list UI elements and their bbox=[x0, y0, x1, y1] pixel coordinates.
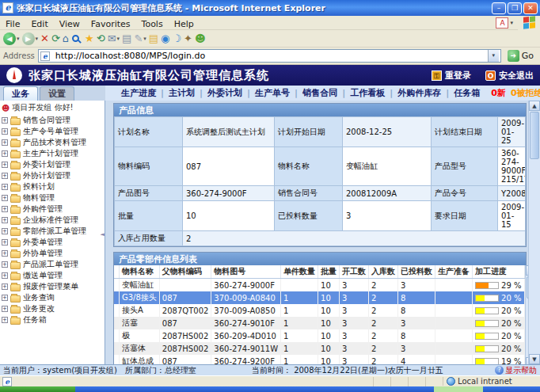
research-button[interactable]: ✦ bbox=[184, 32, 192, 45]
start-button[interactable] bbox=[0, 386, 75, 392]
favorites-button[interactable]: ★ bbox=[85, 32, 94, 45]
menu-item-file[interactable]: File bbox=[0, 19, 25, 29]
expand-icon[interactable]: + bbox=[2, 206, 8, 212]
tree-node[interactable]: +外委单管理 bbox=[0, 237, 105, 248]
go-button[interactable]: ➜ Go bbox=[504, 50, 537, 62]
column-header[interactable]: 单件数量 bbox=[281, 265, 318, 279]
acrobat-dropdown-icon[interactable]: ▾ bbox=[510, 20, 513, 26]
msn-globe-button[interactable]: ◉ bbox=[161, 32, 169, 45]
expand-icon[interactable]: + bbox=[2, 306, 8, 312]
expand-icon[interactable]: + bbox=[2, 284, 8, 290]
table-row[interactable]: G3/8接头087370-009-A084011032820 % bbox=[114, 291, 524, 304]
column-header[interactable]: 开工数 bbox=[340, 265, 369, 279]
tree-node[interactable]: +报废件管理菜单 bbox=[0, 281, 105, 292]
scroll-thumb[interactable] bbox=[530, 112, 539, 159]
tree-node[interactable]: +主生产计划管理 bbox=[0, 148, 105, 159]
expand-icon[interactable]: + bbox=[2, 150, 8, 157]
page-vertical-scrollbar[interactable]: ▲ ▼ bbox=[528, 101, 540, 364]
forward-button[interactable]: ▶▾ bbox=[22, 32, 39, 45]
table-row[interactable]: 缸体总成087360-274-9200F11032419 % bbox=[114, 355, 524, 364]
table-row[interactable]: 活塞087360-274-9010F11032320 % bbox=[114, 317, 524, 329]
dropdown-icon[interactable]: ▾ bbox=[143, 36, 146, 42]
address-url[interactable]: http://localhost:8080/MPS/login.do bbox=[55, 51, 485, 61]
menu-item-edit[interactable]: Edit bbox=[25, 19, 53, 29]
nav-link-2[interactable]: 主计划 bbox=[164, 87, 200, 99]
search-button[interactable] bbox=[71, 33, 82, 44]
rejected-tasks-badge[interactable]: 0被拒绝 bbox=[511, 87, 540, 99]
expand-icon[interactable]: + bbox=[2, 128, 8, 135]
expand-icon[interactable]: + bbox=[2, 250, 8, 257]
tab-settings[interactable]: 设置 bbox=[40, 86, 74, 101]
nav-link-4[interactable]: 生产单号 bbox=[250, 87, 295, 99]
expand-icon[interactable]: + bbox=[2, 239, 8, 245]
sidebar-collapse-icon[interactable]: ◄ bbox=[101, 231, 105, 238]
table-row[interactable]: 活塞体2087HS002360-274-9011W11032320 % bbox=[114, 342, 524, 355]
tree-node[interactable]: +产品派工单管理 bbox=[0, 259, 105, 270]
expand-icon[interactable]: + bbox=[2, 195, 8, 201]
tree-node[interactable]: +投料计划 bbox=[0, 181, 105, 192]
tree-node[interactable]: +企业标准件管理 bbox=[0, 215, 105, 226]
expand-icon[interactable]: + bbox=[2, 272, 8, 279]
address-dropdown-icon[interactable]: ▾ bbox=[488, 50, 499, 62]
history-button[interactable]: ⟲ bbox=[97, 32, 105, 45]
logout-link[interactable]: O 安全退出 bbox=[485, 70, 534, 82]
menu-item-favorites[interactable]: Favorites bbox=[86, 19, 136, 29]
expand-icon[interactable]: + bbox=[2, 162, 8, 168]
scroll-down-icon[interactable]: ▼ bbox=[529, 354, 540, 364]
scroll-up-icon[interactable]: ▲ bbox=[529, 101, 540, 111]
tree-node[interactable]: +缴送单管理 bbox=[0, 270, 105, 281]
new-tasks-badge[interactable]: 0新 bbox=[491, 87, 506, 99]
stop-button[interactable]: ✕ bbox=[40, 32, 49, 45]
table-row[interactable]: 极2087HS002360-209-4D01011032820 % bbox=[114, 329, 524, 342]
tree-node[interactable]: +外协计划管理 bbox=[0, 170, 105, 181]
tree-node[interactable]: +产品技术资料管理 bbox=[0, 137, 105, 148]
column-header[interactable]: 生产准备 bbox=[435, 265, 473, 279]
column-header[interactable]: 批量 bbox=[318, 265, 340, 279]
tree-node[interactable]: +外委计划管理 bbox=[0, 159, 105, 170]
expand-icon[interactable]: + bbox=[2, 317, 8, 323]
show-help-link[interactable]: ? 显示帮助 bbox=[495, 365, 537, 376]
expand-icon[interactable]: + bbox=[2, 261, 8, 268]
acrobat-icon[interactable]: A bbox=[496, 17, 508, 29]
nav-link-3[interactable]: 外委计划 bbox=[203, 87, 247, 99]
expand-icon[interactable]: + bbox=[2, 295, 8, 301]
tree-node[interactable]: +外购件管理 bbox=[0, 204, 105, 215]
back-button[interactable]: ◀▾ bbox=[3, 32, 20, 45]
menu-item-view[interactable]: View bbox=[54, 19, 86, 29]
tree-node[interactable]: +任务箱 bbox=[0, 314, 105, 325]
expand-icon[interactable]: + bbox=[2, 184, 8, 190]
notes-button[interactable]: ▤ bbox=[149, 32, 158, 45]
expand-icon[interactable]: + bbox=[2, 173, 8, 179]
dropdown-icon[interactable]: ▾ bbox=[36, 36, 39, 42]
menu-item-help[interactable]: Help bbox=[169, 19, 200, 29]
home-button[interactable]: ⌂ bbox=[63, 32, 69, 45]
nav-link-1[interactable]: 生产进度 bbox=[116, 87, 161, 99]
column-header[interactable]: 加工进度 bbox=[473, 265, 524, 279]
nav-link-5[interactable]: 销售合同 bbox=[298, 87, 342, 99]
mail-button[interactable]: ✉▾ bbox=[108, 32, 120, 45]
column-header[interactable]: 入库数 bbox=[369, 265, 398, 279]
people-button[interactable]: ☻ bbox=[195, 32, 206, 45]
nav-link-6[interactable]: 工作看板 bbox=[345, 87, 390, 99]
nav-link-8[interactable]: 任务箱 bbox=[449, 87, 485, 99]
column-header[interactable]: 已投料数 bbox=[398, 265, 435, 279]
table-row[interactable]: 接头A2087QT002370-009-A085011032820 % bbox=[114, 304, 524, 317]
column-header[interactable]: 父物料编码 bbox=[159, 265, 211, 279]
tree-node[interactable]: +业务更改 bbox=[0, 303, 105, 314]
menu-item-tools[interactable]: Tools bbox=[136, 19, 169, 29]
taskbar-item[interactable] bbox=[434, 386, 483, 392]
dropdown-icon[interactable]: ▾ bbox=[117, 36, 120, 42]
tab-business[interactable]: 业务 bbox=[3, 86, 38, 101]
tree-node[interactable]: +生产令号单管理 bbox=[0, 126, 105, 137]
minimize-button[interactable]: – bbox=[492, 2, 506, 14]
table-row[interactable]: 变幅油缸360-274-9000F1032329 % bbox=[114, 279, 524, 292]
messenger-swoosh-button[interactable]: ☽ bbox=[172, 32, 181, 45]
column-header[interactable]: 物料图号 bbox=[211, 265, 281, 279]
print-button[interactable]: ▤ bbox=[122, 32, 131, 45]
tree-node[interactable]: +外协单管理 bbox=[0, 248, 105, 259]
tree-node[interactable]: +销售合同管理 bbox=[0, 115, 105, 126]
refresh-button[interactable]: ⟳ bbox=[51, 32, 60, 45]
address-input[interactable]: e http://localhost:8080/MPS/login.do ▾ bbox=[38, 49, 501, 63]
tree-node[interactable]: +零部件派工单管理 bbox=[0, 226, 105, 237]
expand-icon[interactable]: + bbox=[2, 117, 8, 124]
